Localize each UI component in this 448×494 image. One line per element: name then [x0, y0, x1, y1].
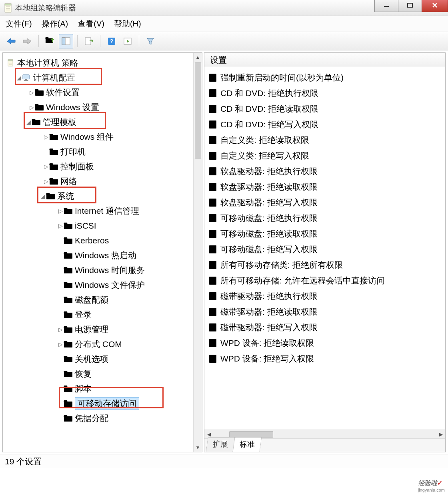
tree-removable-storage[interactable]: 可移动存储访问: [3, 396, 193, 411]
scroll-right-icon[interactable]: ▶: [436, 432, 445, 437]
scroll-thumb[interactable]: [229, 431, 273, 438]
tree-network[interactable]: ▷ 网络: [3, 174, 193, 189]
list-item[interactable]: 磁带驱动器: 拒绝读取权限: [208, 304, 445, 319]
tree-dcom[interactable]: ▷ 分布式 COM: [3, 337, 193, 351]
back-button[interactable]: [4, 34, 18, 48]
expander-icon[interactable]: ▷: [57, 208, 64, 214]
menu-help[interactable]: 帮助(H): [114, 18, 141, 29]
folder-icon: [49, 148, 58, 155]
list-item[interactable]: CD 和 DVD: 拒绝读取权限: [208, 101, 445, 116]
help-button[interactable]: ?: [104, 34, 119, 48]
list-item[interactable]: 可移动磁盘: 拒绝读取权限: [208, 226, 445, 241]
tree-computer-config[interactable]: ◢ 计算机配置: [3, 70, 193, 85]
list-item[interactable]: 磁带驱动器: 拒绝写入权限: [208, 319, 445, 335]
tree-admin-templates[interactable]: ◢ 管理模板: [3, 114, 193, 129]
list-item[interactable]: 软盘驱动器: 拒绝读取权限: [208, 179, 445, 195]
tree-control-panel[interactable]: ▷ 控制面板: [3, 159, 193, 174]
folder-icon: [64, 207, 72, 215]
policy-icon: [208, 89, 217, 98]
tree-iscsi[interactable]: ▷ iSCSI: [3, 218, 193, 233]
tree-scrollbar[interactable]: ▲ ▼: [193, 53, 202, 452]
tree-kerberos[interactable]: Kerberos: [3, 233, 193, 248]
tree-internet-comm[interactable]: ▷ Internet 通信管理: [3, 203, 193, 218]
list-item[interactable]: 磁带驱动器: 拒绝执行权限: [208, 288, 445, 304]
list-item[interactable]: CD 和 DVD: 拒绝执行权限: [208, 85, 445, 101]
expander-icon[interactable]: ▷: [57, 223, 64, 229]
list-item-label: 软盘驱动器: 拒绝写入权限: [220, 197, 318, 208]
scroll-down-icon[interactable]: ▼: [194, 443, 202, 452]
export-button[interactable]: [82, 34, 96, 48]
expander-icon[interactable]: ▷: [57, 341, 64, 347]
list-item[interactable]: 强制重新启动的时间(以秒为单位): [208, 70, 445, 85]
tree-software-settings[interactable]: ▷ 软件设置: [3, 85, 193, 100]
folder-icon: [64, 370, 72, 378]
expander-icon[interactable]: ◢: [25, 119, 32, 125]
expander-icon[interactable]: ▷: [43, 178, 49, 185]
list-item-label: WPD 设备: 拒绝读取权限: [220, 337, 314, 349]
tree-pane: 本地计算机 策略 ◢ 计算机配置 ▷ 软件设置 ▷ Windows 设置 ◢ 管…: [2, 52, 202, 452]
detail-tabs: 扩展 标准: [204, 438, 445, 452]
list-item-label: 可移动磁盘: 拒绝写入权限: [220, 244, 318, 255]
policy-icon: [208, 198, 217, 207]
forward-button[interactable]: [20, 34, 34, 48]
tree-win-fileprotect[interactable]: Windows 文件保护: [3, 277, 193, 292]
tree-printers[interactable]: 打印机: [3, 144, 193, 159]
list-item-label: 磁带驱动器: 拒绝执行权限: [220, 291, 318, 302]
list-item[interactable]: 软盘驱动器: 拒绝写入权限: [208, 195, 445, 210]
menu-action[interactable]: 操作(A): [42, 18, 68, 29]
scroll-thumb[interactable]: [195, 62, 201, 159]
app-icon: [4, 3, 12, 13]
menu-view[interactable]: 查看(V): [78, 18, 104, 29]
list-item[interactable]: 自定义类: 拒绝读取权限: [208, 132, 445, 148]
policy-icon: [208, 292, 217, 301]
tree-shutdown-opts[interactable]: 关机选项: [3, 351, 193, 366]
up-button[interactable]: [43, 34, 57, 48]
list-item-label: 磁带驱动器: 拒绝写入权限: [220, 322, 318, 333]
tree-logon[interactable]: 登录: [3, 307, 193, 322]
show-tree-button[interactable]: [59, 34, 73, 48]
list-item[interactable]: 所有可移动存储类: 拒绝所有权限: [208, 257, 445, 273]
folder-icon: [64, 385, 72, 392]
tree-power-mgmt[interactable]: ▷ 电源管理: [3, 322, 193, 337]
expander-icon[interactable]: ▷: [57, 326, 64, 333]
list-item[interactable]: 软盘驱动器: 拒绝执行权限: [208, 163, 445, 179]
list-item[interactable]: 所有可移动存储: 允许在远程会话中直接访问: [208, 273, 445, 288]
expander-icon[interactable]: ◢: [16, 74, 22, 81]
tab-extended[interactable]: 扩展: [206, 437, 235, 452]
menu-file[interactable]: 文件(F): [6, 18, 32, 29]
expander-icon[interactable]: ▷: [28, 89, 35, 96]
tree-disk-quota[interactable]: 磁盘配额: [3, 292, 193, 307]
expander-icon[interactable]: ▷: [43, 134, 49, 140]
list-item[interactable]: CD 和 DVD: 拒绝写入权限: [208, 116, 445, 132]
list-item-label: 强制重新启动的时间(以秒为单位): [220, 72, 344, 83]
minimize-button[interactable]: [374, 0, 398, 12]
list-item[interactable]: 自定义类: 拒绝写入权限: [208, 148, 445, 163]
scroll-left-icon[interactable]: ◀: [204, 432, 213, 437]
svg-rect-17: [62, 38, 65, 45]
filter-button[interactable]: [143, 34, 158, 48]
folder-icon: [64, 415, 72, 422]
tree-cred-deleg[interactable]: 凭据分配: [3, 411, 193, 426]
run-button[interactable]: [120, 34, 135, 48]
tree-win-time[interactable]: Windows 时间服务: [3, 263, 193, 277]
list-item[interactable]: 可移动磁盘: 拒绝写入权限: [208, 241, 445, 257]
list-item[interactable]: 可移动磁盘: 拒绝执行权限: [208, 210, 445, 226]
tree-system[interactable]: ◢ 系统: [3, 189, 193, 203]
expander-icon[interactable]: ◢: [40, 193, 46, 199]
maximize-button[interactable]: [398, 0, 422, 12]
list-item[interactable]: WPD 设备: 拒绝写入权限: [208, 351, 445, 366]
list-header[interactable]: 设置: [204, 53, 445, 67]
tree-root[interactable]: 本地计算机 策略: [3, 55, 193, 70]
list-item[interactable]: WPD 设备: 拒绝读取权限: [208, 335, 445, 351]
tree-scripts[interactable]: 脚本: [3, 381, 193, 396]
tree-windows-settings[interactable]: ▷ Windows 设置: [3, 100, 193, 114]
expander-icon[interactable]: ▷: [28, 104, 35, 110]
expander-icon[interactable]: ▷: [43, 163, 49, 170]
scroll-up-icon[interactable]: ▲: [194, 53, 202, 62]
tree-recovery[interactable]: 恢复: [3, 366, 193, 381]
folder-icon: [64, 281, 72, 289]
tab-standard[interactable]: 标准: [232, 437, 262, 452]
tree-win-components[interactable]: ▷ Windows 组件: [3, 129, 193, 144]
close-button[interactable]: [422, 0, 448, 12]
tree-win-hotstart[interactable]: Windows 热启动: [3, 248, 193, 263]
